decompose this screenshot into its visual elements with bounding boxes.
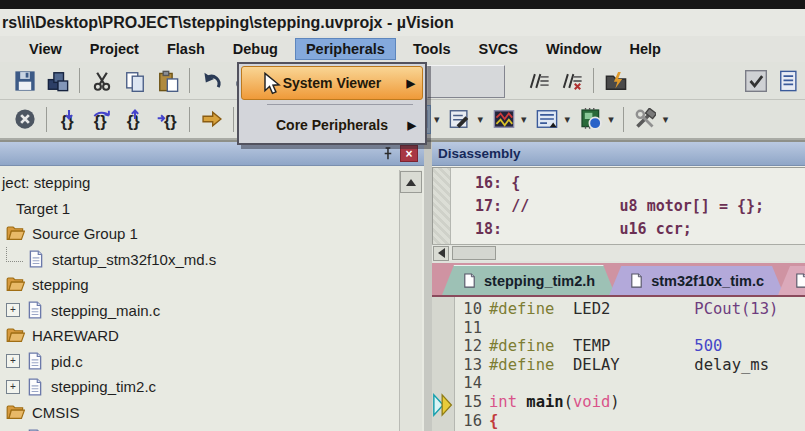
- disassembly-header: Disassembly: [432, 142, 805, 166]
- undo-icon: [201, 70, 223, 92]
- system-viewer-button-dropdown-arrow[interactable]: ▾: [608, 113, 614, 126]
- flash-download-button[interactable]: [601, 66, 630, 95]
- expand-icon[interactable]: +: [6, 303, 20, 317]
- menu-debug[interactable]: Debug: [222, 38, 289, 60]
- menu-help[interactable]: Help: [618, 38, 671, 60]
- menu-flash[interactable]: Flash: [156, 38, 216, 60]
- document-edge-button[interactable]: [774, 66, 803, 95]
- tree-item-stepping[interactable]: stepping: [0, 272, 398, 298]
- paste-button[interactable]: [153, 66, 182, 95]
- svg-text:{}: {}: [163, 112, 176, 130]
- flash-download-icon: [605, 70, 627, 92]
- serial-window-button-dropdown-arrow[interactable]: ▾: [565, 113, 571, 126]
- title-bar: rs\li\Desktop\PROJECT\stepping\stepping.…: [0, 9, 805, 37]
- memory-window-button-dropdown-arrow[interactable]: ▾: [434, 113, 440, 126]
- pin-icon[interactable]: [380, 146, 395, 161]
- expand-icon[interactable]: +: [6, 354, 20, 368]
- menu-project[interactable]: Project: [79, 38, 150, 60]
- serial-window-button[interactable]: [533, 105, 562, 134]
- tree-item-stepping-tim2-c[interactable]: +stepping_tim2.c: [0, 374, 398, 400]
- analysis-window-button-dropdown-arrow[interactable]: ▾: [521, 113, 527, 126]
- tree-item-cmsis[interactable]: CMSIS: [0, 400, 398, 426]
- folder-icon: [6, 224, 25, 243]
- code-line: 14: [456, 374, 805, 393]
- step-into-button[interactable]: {}: [54, 105, 83, 134]
- menu-item-core-peripherals[interactable]: Core Peripherals▶: [241, 109, 423, 141]
- next-statement-icon: [201, 108, 223, 130]
- scroll-left-button[interactable]: [433, 246, 449, 261]
- file-icon: [26, 378, 44, 396]
- mouse-cursor: [262, 72, 284, 96]
- tab-partial[interactable]: [778, 266, 805, 295]
- toolbox-button-dropdown-arrow[interactable]: ▾: [663, 113, 669, 126]
- disassembly-hscrollbar[interactable]: [432, 244, 805, 261]
- menu-tools[interactable]: Tools: [402, 38, 462, 60]
- menu-view[interactable]: View: [18, 38, 73, 60]
- serial-window-icon: [536, 108, 558, 130]
- code-line: 15int main(void): [456, 393, 805, 412]
- step-over-button[interactable]: {}: [87, 105, 116, 134]
- disassembly-body[interactable]: 16: { 17: // u8 motor[] = {}; 18: u16 cc…: [432, 167, 805, 245]
- menu-window[interactable]: Window: [535, 38, 612, 60]
- tree-item-ject-stepping[interactable]: ject: stepping: [0, 170, 398, 196]
- scroll-up-button[interactable]: [400, 171, 422, 193]
- comment-button[interactable]: [524, 66, 553, 95]
- doc-icon: [462, 273, 477, 288]
- toolbar-separator: [593, 68, 594, 93]
- show-next-statement-button[interactable]: [197, 105, 226, 134]
- cut-button[interactable]: [87, 66, 116, 95]
- copy-button[interactable]: [120, 66, 149, 95]
- tree-item-source-group-1[interactable]: Source Group 1: [0, 221, 398, 247]
- expand-icon[interactable]: +: [6, 380, 20, 394]
- run-to-cursor-button[interactable]: {}: [153, 105, 182, 134]
- tree-connector: [6, 247, 23, 262]
- toolbar-separator: [46, 107, 47, 132]
- toolbar-separator: [79, 68, 80, 93]
- step-out-button[interactable]: {}: [120, 105, 149, 134]
- tree-item-core-cm3-c[interactable]: +core_cm3.c: [0, 425, 398, 431]
- run-to-cursor-icon: {}: [157, 108, 179, 130]
- save-icon: [14, 70, 36, 92]
- checkmark-button[interactable]: [741, 66, 770, 95]
- build-icon: [47, 70, 69, 92]
- step-into-icon: {}: [58, 108, 80, 130]
- watch-window-button[interactable]: [446, 105, 475, 134]
- code-line: 12#define TEMP 500: [456, 337, 805, 356]
- undo-button[interactable]: [197, 66, 226, 95]
- folder-icon: [6, 326, 25, 345]
- close-icon[interactable]: ×: [400, 145, 418, 162]
- uncomment-button[interactable]: [557, 66, 586, 95]
- build-button[interactable]: [43, 66, 72, 95]
- disassembly-line: 18: u16 ccr;: [457, 218, 805, 241]
- screen-bezel: [0, 0, 805, 9]
- code-line: 10#define LED2 PCout(13): [456, 300, 805, 319]
- project-tree-scrollbar[interactable]: [399, 170, 422, 431]
- paste-icon: [157, 70, 179, 92]
- hscroll-thumb[interactable]: [452, 246, 496, 260]
- copy-icon: [124, 70, 146, 92]
- watch-window-button-dropdown-arrow[interactable]: ▾: [478, 113, 484, 126]
- svg-text:{}: {}: [60, 112, 73, 130]
- system-viewer-button[interactable]: [576, 105, 605, 134]
- stop-button[interactable]: [10, 105, 39, 134]
- panel-divider[interactable]: [424, 140, 432, 431]
- save-button[interactable]: [10, 66, 39, 95]
- tree-item-target-1[interactable]: Target 1: [0, 196, 398, 222]
- file-icon: [26, 301, 44, 319]
- tree-item-hareward[interactable]: HAREWARD: [0, 323, 398, 349]
- cut-icon: [91, 70, 113, 92]
- uvision-window: rs\li\Desktop\PROJECT\stepping\stepping.…: [0, 0, 805, 431]
- toolbar-separator: [189, 107, 190, 132]
- analysis-window-button[interactable]: [489, 105, 518, 134]
- tree-item-pid-c[interactable]: +pid.c: [0, 349, 398, 375]
- tab-stepping-tim2-h[interactable]: stepping_tim2.h: [442, 265, 615, 295]
- submenu-arrow-icon: ▶: [407, 77, 415, 90]
- disassembly-margin: [433, 168, 451, 244]
- menu-svcs[interactable]: SVCS: [468, 38, 530, 60]
- toolbox-button[interactable]: [631, 105, 660, 134]
- tab-stm32f10x-tim-c[interactable]: stm32f10x_tim.c: [609, 266, 784, 295]
- menu-peripherals[interactable]: Peripherals: [295, 38, 396, 60]
- editor-body[interactable]: 10#define LED2 PCout(13)1112#define TEMP…: [432, 297, 805, 431]
- tree-item-stepping-main-c[interactable]: +stepping_main.c: [0, 298, 398, 324]
- tree-item-startup-stm32f10x-md-s[interactable]: startup_stm32f10x_md.s: [0, 247, 398, 273]
